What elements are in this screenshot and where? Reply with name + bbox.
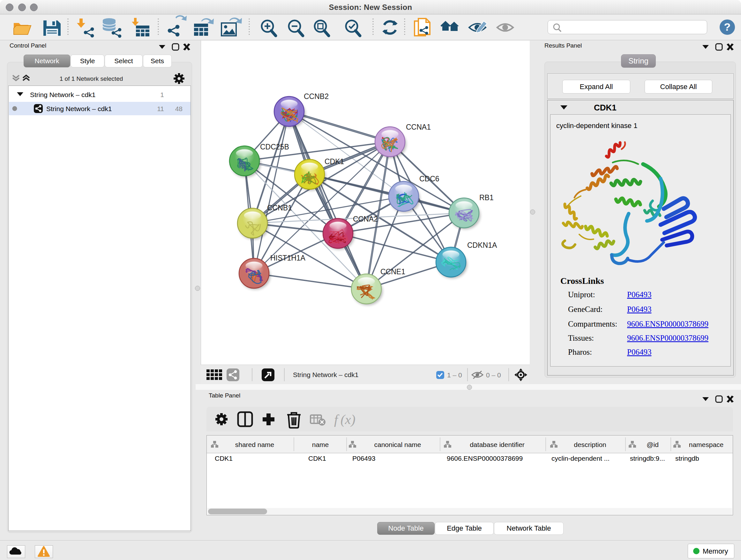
- svg-text:Memory: Memory: [703, 547, 728, 555]
- svg-text:CCNA2: CCNA2: [353, 215, 378, 223]
- svg-text:CDK1: CDK1: [594, 103, 616, 112]
- svg-text:0 – 0: 0 – 0: [486, 371, 501, 379]
- svg-text:CDK1: CDK1: [308, 455, 326, 462]
- svg-text:CCNB1: CCNB1: [267, 204, 292, 212]
- svg-text:CDK1: CDK1: [325, 158, 344, 166]
- svg-text:CrossLinks: CrossLinks: [560, 276, 604, 286]
- svg-text:11: 11: [157, 105, 164, 112]
- svg-text:?: ?: [724, 21, 731, 33]
- svg-text:stringdb: stringdb: [675, 455, 699, 462]
- svg-text:9606.ENSP00000378699: 9606.ENSP00000378699: [627, 334, 709, 342]
- svg-text:1: 1: [160, 91, 164, 98]
- svg-text:CDK1: CDK1: [215, 455, 232, 462]
- svg-text:description: description: [574, 441, 606, 448]
- svg-text:cyclin-dependent ...: cyclin-dependent ...: [551, 455, 610, 462]
- svg-text:CDKN1A: CDKN1A: [467, 241, 497, 249]
- svg-text:f (x): f (x): [334, 412, 355, 427]
- svg-text:CDC25B: CDC25B: [260, 143, 289, 151]
- svg-text:HIST1H1A: HIST1H1A: [270, 254, 306, 262]
- svg-text:P06493: P06493: [627, 348, 651, 356]
- svg-text:namespace: namespace: [689, 441, 724, 448]
- svg-text:P06493: P06493: [352, 455, 375, 462]
- svg-text:CDC6: CDC6: [419, 175, 440, 183]
- svg-text:shared name: shared name: [235, 441, 274, 448]
- svg-text:Pharos:: Pharos:: [568, 348, 592, 356]
- svg-text:String Network – cdk1: String Network – cdk1: [30, 91, 95, 98]
- svg-text:9606.ENSP00000378699: 9606.ENSP00000378699: [447, 455, 523, 462]
- svg-text:RB1: RB1: [479, 193, 494, 202]
- svg-text:CCNB2: CCNB2: [304, 92, 329, 101]
- svg-text:GeneCard:: GeneCard:: [568, 305, 603, 314]
- svg-text:@id: @id: [647, 441, 659, 448]
- svg-text:Tissues:: Tissues:: [568, 334, 594, 342]
- svg-text:Uniprot:: Uniprot:: [568, 290, 595, 299]
- svg-text:P06493: P06493: [627, 305, 651, 314]
- svg-text:48: 48: [175, 105, 183, 112]
- svg-text:CCNE1: CCNE1: [381, 267, 405, 276]
- svg-text:Compartments:: Compartments:: [568, 320, 617, 328]
- svg-text:1 – 0: 1 – 0: [447, 371, 462, 379]
- svg-text:database identifier: database identifier: [470, 441, 525, 448]
- svg-text:CCNA1: CCNA1: [406, 123, 431, 131]
- svg-text:String Network – cdk1: String Network – cdk1: [293, 371, 358, 378]
- svg-text:name: name: [312, 441, 329, 448]
- svg-text:canonical name: canonical name: [374, 441, 421, 448]
- svg-text:stringdb:9...: stringdb:9...: [630, 455, 665, 462]
- svg-text:String Network – cdk1: String Network – cdk1: [46, 105, 112, 112]
- svg-text:9606.ENSP00000378699: 9606.ENSP00000378699: [627, 320, 709, 328]
- svg-text:P06493: P06493: [627, 290, 651, 299]
